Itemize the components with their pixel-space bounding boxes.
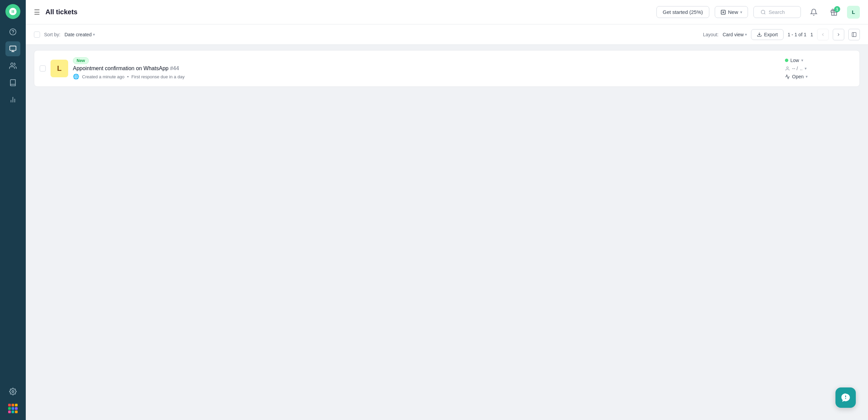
assignee-chevron-icon: ▾: [805, 66, 807, 71]
ticket-meta: 🌐 Created a minute ago • First response …: [73, 74, 780, 80]
sort-chevron-icon: ▾: [93, 32, 95, 37]
layout-button[interactable]: Card view ▾: [723, 32, 747, 37]
toolbar: Sort by: Date created ▾ Layout: Card vie…: [26, 24, 868, 45]
layout-chevron-icon: ▾: [745, 32, 747, 37]
sidebar-item-contacts[interactable]: [5, 58, 20, 73]
layout-label: Layout:: [703, 32, 718, 37]
svg-point-20: [787, 66, 788, 68]
sort-label: Sort by:: [44, 32, 60, 37]
status-icon: [785, 74, 790, 79]
ticket-info: New Appointment confirmation on WhatsApp…: [73, 57, 780, 80]
sidebar-item-knowledge[interactable]: [5, 75, 20, 90]
sidebar-item-settings[interactable]: [5, 384, 20, 399]
sidebar-item-tickets[interactable]: [5, 41, 20, 56]
priority-selector[interactable]: Low ▾: [785, 58, 803, 63]
select-all-checkbox[interactable]: [34, 32, 40, 38]
svg-rect-2: [10, 46, 16, 51]
sidebar-item-help[interactable]: [5, 24, 20, 39]
assignee-selector[interactable]: -- / .. ▾: [785, 66, 807, 71]
notifications-button[interactable]: [806, 5, 821, 20]
bell-icon: [810, 8, 817, 16]
search-button[interactable]: Search: [753, 6, 801, 18]
export-button[interactable]: Export: [751, 29, 783, 40]
ticket-title[interactable]: Appointment confirmation on WhatsApp #44: [73, 65, 780, 72]
svg-point-9: [12, 391, 14, 393]
ticket-row: L New Appointment confirmation on WhatsA…: [34, 50, 860, 87]
tickets-content: L New Appointment confirmation on WhatsA…: [26, 45, 868, 420]
svg-point-5: [11, 63, 13, 65]
new-chevron-icon: ▾: [740, 10, 742, 15]
gift-badge: 1: [834, 6, 840, 12]
sidebar: [0, 0, 26, 420]
sidebar-item-reports[interactable]: [5, 92, 20, 107]
svg-line-14: [764, 13, 765, 14]
svg-rect-18: [852, 33, 856, 37]
priority-chevron-icon: ▾: [801, 58, 803, 63]
sort-button[interactable]: Date created ▾: [64, 32, 95, 37]
ticket-status-badge: New: [73, 57, 89, 64]
new-button[interactable]: New ▾: [715, 6, 748, 18]
ticket-right-panel: Low ▾ -- / .. ▾ Open ▾: [785, 58, 853, 79]
ticket-checkbox[interactable]: [40, 65, 46, 72]
chat-fab-button[interactable]: [835, 387, 856, 408]
status-selector[interactable]: Open ▾: [785, 74, 808, 79]
collapse-panel-button[interactable]: [848, 29, 860, 40]
chevron-left-icon: [821, 32, 825, 37]
priority-dot-icon: [785, 59, 788, 62]
person-icon: [785, 66, 790, 71]
chevron-right-icon: [836, 32, 841, 37]
search-icon: [761, 9, 766, 15]
status-chevron-icon: ▾: [806, 74, 808, 79]
export-icon: [757, 32, 762, 37]
sidebar-apps-grid[interactable]: [5, 401, 20, 416]
header: ☰ All tickets Get started (25%) New ▾ Se…: [26, 0, 868, 24]
sidebar-logo[interactable]: [5, 4, 20, 19]
chat-fab-icon: [841, 393, 851, 403]
ticket-avatar: L: [51, 60, 68, 77]
collapse-icon: [851, 32, 857, 37]
menu-icon[interactable]: ☰: [34, 8, 40, 16]
plus-icon: [721, 9, 726, 15]
svg-point-13: [761, 10, 765, 14]
user-avatar[interactable]: L: [847, 6, 860, 19]
pagination-next-button[interactable]: [833, 29, 844, 40]
pagination-total: 1: [810, 32, 813, 37]
gift-button[interactable]: 1: [827, 5, 842, 20]
main-content: ☰ All tickets Get started (25%) New ▾ Se…: [26, 0, 868, 420]
get-started-button[interactable]: Get started (25%): [656, 6, 709, 18]
pagination-prev-button[interactable]: [817, 29, 829, 40]
page-title: All tickets: [45, 8, 651, 16]
ticket-badge-row: New: [73, 57, 780, 64]
pagination-info: 1 - 1 of 1: [788, 32, 806, 37]
globe-icon: 🌐: [73, 74, 79, 80]
